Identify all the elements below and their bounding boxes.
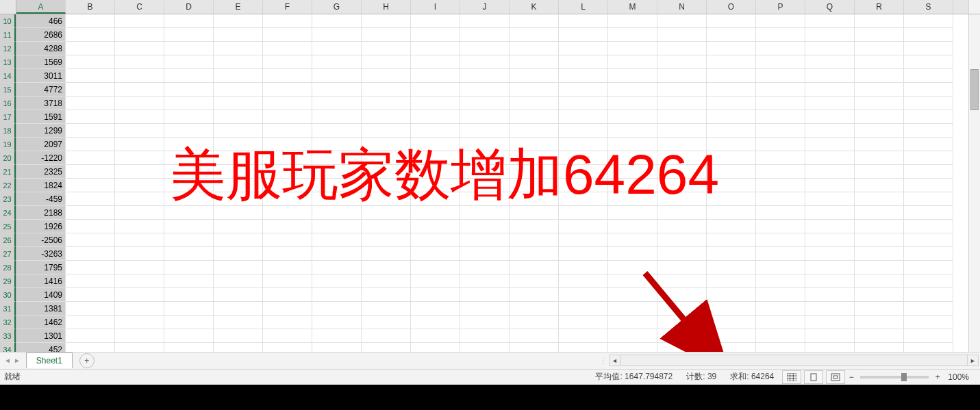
cell-C34[interactable] — [115, 343, 164, 352]
cell-R32[interactable] — [855, 316, 904, 329]
tab-nav-next-icon[interactable]: ► — [14, 357, 21, 364]
cell-Q34[interactable] — [805, 343, 855, 352]
cell-M29[interactable] — [608, 274, 657, 288]
column-header-I[interactable]: I — [411, 0, 460, 14]
cell-R25[interactable] — [855, 220, 904, 233]
cell-D29[interactable] — [164, 274, 214, 288]
cell-G34[interactable] — [312, 343, 362, 352]
cell-C22[interactable] — [115, 179, 164, 192]
cell-Q28[interactable] — [805, 261, 855, 274]
cell-M13[interactable] — [608, 55, 657, 69]
view-page-layout-button[interactable] — [804, 370, 823, 384]
cell-D34[interactable] — [164, 343, 214, 352]
cell-F13[interactable] — [263, 55, 312, 69]
cell-B25[interactable] — [66, 220, 115, 233]
column-header-B[interactable]: B — [66, 0, 115, 14]
cell-G12[interactable] — [312, 42, 362, 55]
select-all-corner[interactable] — [0, 0, 16, 14]
view-normal-button[interactable] — [782, 370, 801, 384]
row-header-24[interactable]: 24 — [0, 206, 16, 220]
cell-G18[interactable] — [312, 124, 362, 138]
cell-L33[interactable] — [559, 329, 608, 343]
cell-M32[interactable] — [608, 316, 657, 329]
cell-F28[interactable] — [263, 261, 312, 274]
cell-O13[interactable] — [707, 55, 756, 69]
cell-D13[interactable] — [164, 55, 214, 69]
cell-J16[interactable] — [460, 97, 510, 110]
cell-D33[interactable] — [164, 329, 214, 343]
cell-P24[interactable] — [756, 206, 805, 220]
cell-A32[interactable]: 1462 — [16, 316, 66, 329]
cell-D25[interactable] — [164, 220, 214, 233]
cell-A27[interactable]: -3263 — [16, 247, 66, 261]
cell-F12[interactable] — [263, 42, 312, 55]
cell-G15[interactable] — [312, 83, 362, 97]
cell-C26[interactable] — [115, 233, 164, 247]
cell-J15[interactable] — [460, 83, 510, 97]
cell-P13[interactable] — [756, 55, 805, 69]
cell-P23[interactable] — [756, 192, 805, 206]
cell-L15[interactable] — [559, 83, 608, 97]
cell-R24[interactable] — [855, 206, 904, 220]
cell-D14[interactable] — [164, 69, 214, 83]
cell-L30[interactable] — [559, 288, 608, 302]
cell-K18[interactable] — [510, 124, 559, 138]
cell-G14[interactable] — [312, 69, 362, 83]
cell-R34[interactable] — [855, 343, 904, 352]
cell-F17[interactable] — [263, 110, 312, 124]
cell-I14[interactable] — [411, 69, 460, 83]
cell-L25[interactable] — [559, 220, 608, 233]
cell-M18[interactable] — [608, 124, 657, 138]
cell-Q16[interactable] — [805, 97, 855, 110]
column-header-F[interactable]: F — [263, 0, 312, 14]
cell-I34[interactable] — [411, 343, 460, 352]
cell-H32[interactable] — [362, 316, 411, 329]
cell-B12[interactable] — [66, 42, 115, 55]
cell-R14[interactable] — [855, 69, 904, 83]
cell-R12[interactable] — [855, 42, 904, 55]
cell-N32[interactable] — [657, 316, 707, 329]
cell-M34[interactable] — [608, 343, 657, 352]
cell-H33[interactable] — [362, 329, 411, 343]
cell-G31[interactable] — [312, 302, 362, 316]
cell-A25[interactable]: 1926 — [16, 220, 66, 233]
cell-N34[interactable] — [657, 343, 707, 352]
hscroll-left-icon[interactable]: ◄ — [609, 355, 620, 366]
cell-K33[interactable] — [510, 329, 559, 343]
cell-Q18[interactable] — [805, 124, 855, 138]
column-header-R[interactable]: R — [855, 0, 904, 14]
column-header-K[interactable]: K — [510, 0, 559, 14]
cell-I10[interactable] — [411, 14, 460, 28]
cell-G26[interactable] — [312, 233, 362, 247]
cell-J28[interactable] — [460, 261, 510, 274]
cell-K34[interactable] — [510, 343, 559, 352]
cell-I13[interactable] — [411, 55, 460, 69]
cell-F31[interactable] — [263, 302, 312, 316]
cell-A14[interactable]: 3011 — [16, 69, 66, 83]
cell-H25[interactable] — [362, 220, 411, 233]
cell-N16[interactable] — [657, 97, 707, 110]
cell-O30[interactable] — [707, 288, 756, 302]
cell-G13[interactable] — [312, 55, 362, 69]
cell-F14[interactable] — [263, 69, 312, 83]
row-header-32[interactable]: 32 — [0, 316, 16, 329]
cell-H11[interactable] — [362, 28, 411, 42]
cell-G16[interactable] — [312, 97, 362, 110]
cell-I12[interactable] — [411, 42, 460, 55]
cell-G10[interactable] — [312, 14, 362, 28]
cell-P10[interactable] — [756, 14, 805, 28]
cell-Q13[interactable] — [805, 55, 855, 69]
cell-B34[interactable] — [66, 343, 115, 352]
cell-S20[interactable] — [904, 151, 953, 165]
cell-R15[interactable] — [855, 83, 904, 97]
cell-A19[interactable]: 2097 — [16, 138, 66, 151]
cell-C23[interactable] — [115, 192, 164, 206]
cell-H31[interactable] — [362, 302, 411, 316]
cell-C13[interactable] — [115, 55, 164, 69]
row-header-34[interactable]: 34 — [0, 343, 16, 352]
cell-Q15[interactable] — [805, 83, 855, 97]
cell-N30[interactable] — [657, 288, 707, 302]
cell-N13[interactable] — [657, 55, 707, 69]
row-header-31[interactable]: 31 — [0, 302, 16, 316]
cell-J14[interactable] — [460, 69, 510, 83]
